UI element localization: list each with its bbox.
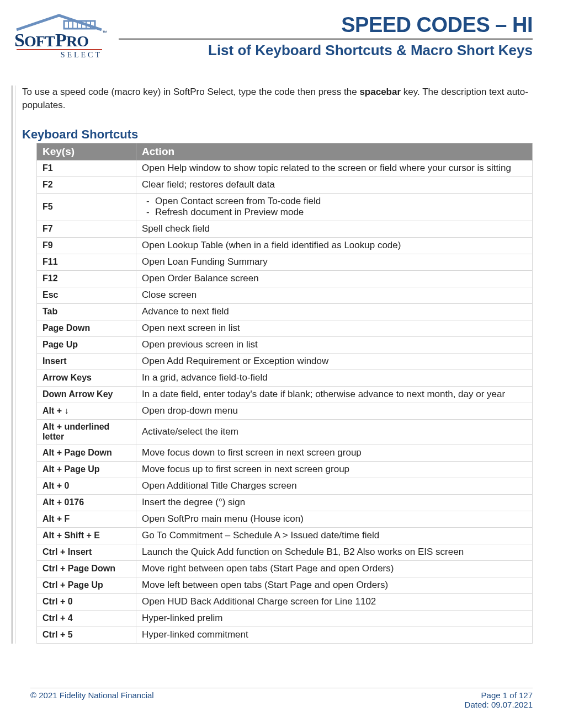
table-row: EscClose screen xyxy=(37,287,533,303)
action-cell: Open Order Balance screen xyxy=(136,270,533,287)
key-cell: Esc xyxy=(37,287,136,303)
key-cell: F5 xyxy=(37,193,136,221)
action-cell: Open Additional Title Charges screen xyxy=(136,478,533,494)
key-cell: Alt + F xyxy=(37,511,136,527)
action-cell: Move right between open tabs (Start Page… xyxy=(136,560,533,577)
table-row: Alt + 0176Insert the degree (°) sign xyxy=(37,494,533,511)
section-heading: Keyboard Shortcuts xyxy=(22,127,533,142)
action-cell: Hyper-linked commitment xyxy=(136,627,533,643)
svg-text:P: P xyxy=(55,30,66,50)
footer-dated: Dated: 09.07.2021 xyxy=(465,700,533,709)
table-row: F7Spell check field xyxy=(37,221,533,237)
table-row: Alt + Shift + EGo To Commitment – Schedu… xyxy=(37,527,533,544)
action-cell: Open next screen in list xyxy=(136,320,533,336)
action-cell: Insert the degree (°) sign xyxy=(136,494,533,511)
intro-pre: To use a speed code (macro key) in SoftP… xyxy=(22,87,359,97)
list-item: Open Contact screen from To-code field xyxy=(146,196,527,207)
action-cell: Launch the Quick Add function on Schedul… xyxy=(136,544,533,560)
key-cell: Alt + ↓ xyxy=(37,403,136,419)
action-cell: Open Lookup Table (when in a field ident… xyxy=(136,237,533,254)
key-cell: Tab xyxy=(37,303,136,320)
page-footer: © 2021 Fidelity National Financial Page … xyxy=(30,688,533,709)
table-row: F1Open Help window to show topic related… xyxy=(37,160,533,176)
col-keys: Key(s) xyxy=(37,143,136,160)
svg-text:OFT: OFT xyxy=(24,33,55,50)
intro-bold: spacebar xyxy=(359,87,401,97)
table-row: Alt + Page DownMove focus down to first … xyxy=(37,445,533,461)
table-row: F11Open Loan Funding Summary xyxy=(37,254,533,270)
svg-text:™: ™ xyxy=(102,30,107,35)
table-row: Down Arrow KeyIn a date field, enter tod… xyxy=(37,386,533,403)
table-row: F9Open Lookup Table (when in a field ide… xyxy=(37,237,533,254)
key-cell: F2 xyxy=(37,176,136,193)
action-cell: Move focus down to first screen in next … xyxy=(136,445,533,461)
svg-text:S: S xyxy=(14,30,24,50)
key-cell: Arrow Keys xyxy=(37,370,136,386)
key-cell: F9 xyxy=(37,237,136,254)
table-row: F5Open Contact screen from To-code field… xyxy=(37,193,533,221)
table-row: Ctrl + Page DownMove right between open … xyxy=(37,560,533,577)
table-row: Page UpOpen previous screen in list xyxy=(37,336,533,353)
col-action: Action xyxy=(136,143,533,160)
action-cell: Open drop-down menu xyxy=(136,403,533,419)
action-cell: Open HUD Back Additional Charge screen f… xyxy=(136,593,533,610)
table-row: Alt + ↓Open drop-down menu xyxy=(37,403,533,419)
key-cell: Page Up xyxy=(37,336,136,353)
table-row: Ctrl + 4Hyper-linked prelim xyxy=(37,610,533,627)
table-row: Page DownOpen next screen in list xyxy=(37,320,533,336)
key-cell: Ctrl + 5 xyxy=(37,627,136,643)
key-cell: Alt + underlined letter xyxy=(37,419,136,445)
key-cell: Alt + 0176 xyxy=(37,494,136,511)
action-cell: Move focus up to first screen in next sc… xyxy=(136,461,533,478)
intro-text: To use a speed code (macro key) in SoftP… xyxy=(22,85,533,112)
softpro-logo: S OFT P RO ™ SELECT xyxy=(11,11,108,58)
table-row: Ctrl + InsertLaunch the Quick Add functi… xyxy=(37,544,533,560)
title-rule xyxy=(119,38,533,40)
table-row: Ctrl + 0Open HUD Back Additional Charge … xyxy=(37,593,533,610)
table-row: Arrow KeysIn a grid, advance field-to-fi… xyxy=(37,370,533,386)
action-cell: In a grid, advance field-to-field xyxy=(136,370,533,386)
table-row: F12Open Order Balance screen xyxy=(37,270,533,287)
footer-page: Page 1 of 127 xyxy=(465,690,533,700)
table-row: Ctrl + 5Hyper-linked commitment xyxy=(37,627,533,643)
doc-title: SPEED CODES – HI xyxy=(119,13,533,37)
table-row: Alt + Page UpMove focus up to first scre… xyxy=(37,461,533,478)
key-cell: Alt + 0 xyxy=(37,478,136,494)
key-cell: Down Arrow Key xyxy=(37,386,136,403)
action-cell: Open previous screen in list xyxy=(136,336,533,353)
key-cell: Ctrl + Page Down xyxy=(37,560,136,577)
table-row: F2Clear field; restores default data xyxy=(37,176,533,193)
table-row: Alt + 0Open Additional Title Charges scr… xyxy=(37,478,533,494)
key-cell: Alt + Page Down xyxy=(37,445,136,461)
table-row: Alt + FOpen SoftPro main menu (House ico… xyxy=(37,511,533,527)
action-cell: Move left between open tabs (Start Page … xyxy=(136,577,533,593)
action-cell: Open Loan Funding Summary xyxy=(136,254,533,270)
action-cell: Close screen xyxy=(136,287,533,303)
key-cell: Alt + Page Up xyxy=(37,461,136,478)
action-cell: Open Help window to show topic related t… xyxy=(136,160,533,176)
key-cell: F11 xyxy=(37,254,136,270)
table-row: Alt + underlined letterActivate/select t… xyxy=(37,419,533,445)
action-cell: Activate/select the item xyxy=(136,419,533,445)
list-item: Refresh document in Preview mode xyxy=(146,207,527,218)
action-cell: Spell check field xyxy=(136,221,533,237)
doc-subtitle: List of Keyboard Shortcuts & Macro Short… xyxy=(119,42,533,59)
key-cell: F7 xyxy=(37,221,136,237)
key-cell: Ctrl + 4 xyxy=(37,610,136,627)
svg-text:SELECT: SELECT xyxy=(61,51,102,58)
action-cell: Advance to next field xyxy=(136,303,533,320)
action-cell: Hyper-linked prelim xyxy=(136,610,533,627)
footer-copyright: © 2021 Fidelity National Financial xyxy=(30,690,154,700)
action-cell: Clear field; restores default data xyxy=(136,176,533,193)
action-cell: Open SoftPro main menu (House icon) xyxy=(136,511,533,527)
key-cell: Insert xyxy=(37,353,136,370)
key-cell: F12 xyxy=(37,270,136,287)
key-cell: Page Down xyxy=(37,320,136,336)
key-cell: Alt + Shift + E xyxy=(37,527,136,544)
key-cell: Ctrl + 0 xyxy=(37,593,136,610)
action-cell: Open Contact screen from To-code fieldRe… xyxy=(136,193,533,221)
table-row: Ctrl + Page UpMove left between open tab… xyxy=(37,577,533,593)
action-cell: Open Add Requirement or Exception window xyxy=(136,353,533,370)
action-cell: Go To Commitment – Schedule A > Issued d… xyxy=(136,527,533,544)
shortcuts-table: Key(s) Action F1Open Help window to show… xyxy=(36,143,533,644)
